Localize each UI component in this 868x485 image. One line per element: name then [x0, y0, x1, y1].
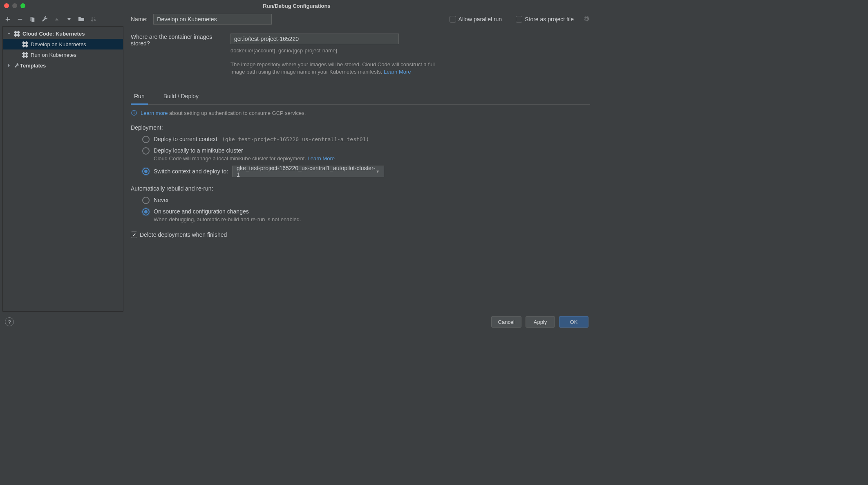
- store-as-project-checkbox[interactable]: Store as project file: [516, 16, 574, 22]
- radio-label: Deploy to current context: [154, 136, 217, 142]
- image-repository-description: The image repository where your images w…: [230, 61, 443, 76]
- tree-item-run-on-kubernetes[interactable]: Run on Kubernetes: [3, 49, 123, 60]
- copy-config-button[interactable]: [28, 15, 37, 24]
- wrench-icon: [13, 62, 20, 69]
- radio-label: Switch context and deploy to:: [154, 168, 228, 175]
- tab-build-deploy[interactable]: Build / Deploy: [160, 90, 202, 105]
- auth-info-text: about setting up authentication to consu…: [168, 110, 306, 116]
- learn-more-minikube-link[interactable]: Learn More: [307, 155, 334, 162]
- svg-rect-2: [134, 112, 134, 112]
- tab-bar: Run Build / Deploy: [131, 90, 590, 105]
- radio-icon: [142, 197, 150, 204]
- sort-button[interactable]: [89, 15, 98, 24]
- chevron-down-icon: ▼: [376, 169, 380, 174]
- rebuild-on-changes-radio[interactable]: On source and configuration changes When…: [142, 208, 590, 222]
- radio-icon: [142, 168, 150, 175]
- move-up-button[interactable]: [52, 15, 61, 24]
- svg-rect-1: [134, 113, 134, 115]
- add-config-button[interactable]: [3, 15, 12, 24]
- switch-context-radio[interactable]: Switch context and deploy to: gke_test-p…: [142, 166, 590, 177]
- deploy-current-context-radio[interactable]: Deploy to current context (gke_test-proj…: [142, 136, 590, 143]
- deploy-minikube-radio[interactable]: Deploy locally to a minikube cluster Clo…: [142, 147, 590, 162]
- delete-deployments-checkbox[interactable]: Delete deployments when finished: [131, 231, 590, 238]
- radio-icon: [142, 147, 150, 155]
- image-repository-hint: docker.io/{account}, gcr.io/{gcp-project…: [230, 47, 590, 54]
- dialog-footer: ? Cancel Apply OK: [0, 312, 593, 332]
- name-label: Name:: [131, 16, 148, 22]
- deployment-title: Deployment:: [131, 124, 590, 131]
- rebuild-never-radio[interactable]: Never: [142, 197, 590, 204]
- tab-run[interactable]: Run: [131, 90, 148, 105]
- minikube-subtext: Cloud Code will manage a local minikube …: [154, 155, 307, 162]
- checkbox-label: Allow parallel run: [459, 16, 502, 22]
- image-repository-input[interactable]: [230, 34, 399, 44]
- main-pane: Name: Allow parallel run Store as projec…: [131, 14, 590, 312]
- info-icon: [131, 110, 137, 116]
- cloud-code-icon: [22, 41, 28, 47]
- window-close-button[interactable]: [4, 3, 9, 8]
- context-select-value: gke_test-project-165220_us-central1_auto…: [237, 165, 376, 178]
- chevron-right-icon: [6, 63, 12, 68]
- context-select[interactable]: gke_test-project-165220_us-central1_auto…: [232, 166, 384, 177]
- configurations-sidebar: Cloud Code: Kubernetes Develop on Kubern…: [2, 14, 123, 312]
- checkbox-icon: [450, 16, 456, 22]
- rebuild-subtext: When debugging, automatic re-build and r…: [154, 216, 301, 222]
- help-button[interactable]: ?: [5, 317, 14, 326]
- tree-label: Cloud Code: Kubernetes: [22, 31, 85, 37]
- allow-parallel-checkbox[interactable]: Allow parallel run: [450, 16, 502, 22]
- learn-more-auth-link[interactable]: Learn more: [141, 110, 168, 116]
- radio-label: On source and configuration changes: [154, 208, 301, 215]
- settings-button[interactable]: [40, 15, 49, 24]
- titlebar: Run/Debug Configurations: [0, 0, 593, 11]
- window-maximize-button[interactable]: [20, 3, 25, 8]
- checkbox-icon: [131, 231, 137, 238]
- tree-label: Templates: [20, 63, 46, 69]
- learn-more-link[interactable]: Learn More: [384, 69, 411, 75]
- auth-info-row: Learn more about setting up authenticati…: [131, 110, 590, 116]
- window-title: Run/Debug Configurations: [263, 3, 330, 9]
- window-minimize-button[interactable]: [12, 3, 17, 8]
- tree-item-develop-on-kubernetes[interactable]: Develop on Kubernetes: [3, 39, 123, 49]
- name-input[interactable]: [153, 14, 272, 25]
- rebuild-title: Automatically rebuild and re-run:: [131, 185, 590, 192]
- sidebar-toolbar: [2, 14, 123, 26]
- radio-icon: [142, 136, 150, 143]
- radio-label: Deploy locally to a minikube cluster: [154, 147, 335, 154]
- checkbox-icon: [516, 16, 522, 22]
- tree-label: Run on Kubernetes: [31, 52, 76, 58]
- chevron-down-icon: [6, 31, 12, 36]
- tree-group-templates[interactable]: Templates: [3, 60, 123, 71]
- cancel-button[interactable]: Cancel: [491, 316, 521, 328]
- cloud-code-icon: [13, 30, 20, 37]
- image-storage-label: Where are the container images stored?: [131, 34, 225, 47]
- tree-group-cloud-code[interactable]: Cloud Code: Kubernetes: [3, 28, 123, 39]
- apply-button[interactable]: Apply: [526, 316, 555, 328]
- move-down-button[interactable]: [65, 15, 74, 24]
- current-context-value: (gke_test-project-165220_us-central1-a_t…: [222, 136, 369, 142]
- folder-button[interactable]: [77, 15, 86, 24]
- remove-config-button[interactable]: [16, 15, 25, 24]
- checkbox-label: Delete deployments when finished: [140, 231, 227, 238]
- radio-label: Never: [154, 197, 169, 203]
- cloud-code-icon: [22, 52, 28, 58]
- radio-icon: [142, 208, 150, 216]
- checkbox-label: Store as project file: [525, 16, 574, 22]
- tree-label: Develop on Kubernetes: [31, 41, 86, 47]
- config-tree: Cloud Code: Kubernetes Develop on Kubern…: [2, 26, 123, 312]
- ok-button[interactable]: OK: [559, 316, 588, 328]
- gear-icon[interactable]: [583, 16, 590, 23]
